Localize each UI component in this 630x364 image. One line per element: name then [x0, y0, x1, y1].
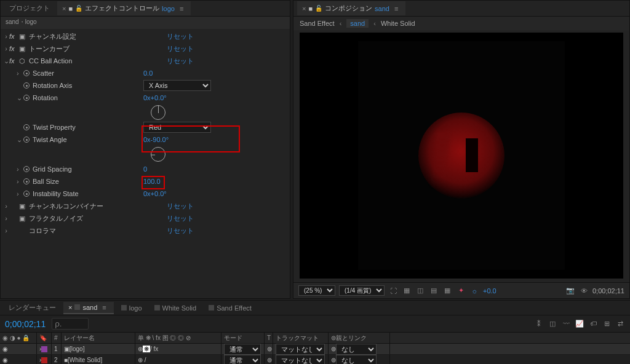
stopwatch-icon[interactable] [23, 178, 33, 184]
twirl-icon[interactable]: › [3, 45, 9, 52]
grid-icon[interactable]: ▦ [442, 286, 452, 296]
snapshot-icon[interactable]: 📷 [565, 286, 575, 296]
current-timecode[interactable]: 0;00;02;11 [5, 319, 46, 329]
roi-icon[interactable]: ⛶ [388, 286, 398, 296]
fx-badge[interactable]: fx [9, 45, 19, 52]
prop-twist-angle[interactable]: ⌄ Twist Angle 0x-90.0° [1, 133, 290, 146]
layer-switches[interactable]: ⊕ ❋ / fx [135, 344, 221, 354]
motion-blur-icon[interactable]: 〰 [561, 320, 571, 328]
rotation-axis-select[interactable]: X Axis [143, 80, 211, 91]
twist-property-select[interactable]: Red [143, 122, 211, 133]
parent-select[interactable]: なし [336, 344, 377, 355]
close-icon[interactable]: × [68, 304, 72, 311]
label-swatch[interactable] [41, 357, 47, 363]
lock-icon[interactable]: 🔓 [315, 5, 322, 12]
tab-composition[interactable]: × ■ 🔓 コンポジション sand ≡ [297, 1, 405, 15]
prop-rotation-axis[interactable]: Rotation Axis X Axis [1, 79, 290, 92]
effect-row-channel-settings[interactable]: › fx ▣ チャンネル設定 リセット [1, 30, 290, 42]
effect-row-colorama[interactable]: › fx ▣ コロラマ リセット [1, 224, 290, 237]
pickwhip-icon[interactable]: ⊚ [331, 357, 336, 363]
eye-icon[interactable]: ◉ [2, 357, 8, 363]
panel-menu-icon[interactable]: ≡ [177, 5, 186, 12]
twirl-icon[interactable]: › [17, 165, 23, 173]
effect-row-channel-combiner[interactable]: › fx ▣ チャンネルコンバイナー リセット [1, 200, 290, 212]
panel-menu-icon[interactable]: ≡ [100, 304, 108, 311]
channel-icon[interactable]: ✦ [456, 286, 466, 296]
stopwatch-icon[interactable] [23, 95, 33, 101]
reset-button[interactable]: リセット [167, 226, 290, 235]
effect-row-cc-ball-action[interactable]: ⌄ fx ⬡ CC Ball Action リセット [1, 55, 290, 67]
tab-logo[interactable]: logo [116, 303, 147, 314]
exposure-value[interactable]: +0.0 [483, 287, 496, 295]
stopwatch-icon[interactable] [23, 166, 33, 172]
fx-badge[interactable]: fx [9, 57, 19, 65]
transparency-grid-icon[interactable]: ▦ [402, 286, 412, 296]
panel-menu-icon[interactable]: ≡ [392, 5, 401, 12]
zoom-select[interactable]: (25 %) [298, 285, 335, 296]
prop-twist-property[interactable]: Twist Property Red [1, 121, 290, 133]
crumb[interactable]: Sand Effect [300, 20, 335, 27]
twist-angle-dial[interactable] [151, 147, 165, 162]
twirl-icon[interactable]: › [3, 227, 9, 234]
trackmatte-select[interactable]: マットなし [276, 355, 325, 365]
twirl-down-icon[interactable]: ⌄ [17, 94, 23, 102]
prop-rotation[interactable]: ⌄ Rotation 0x+0.0° [1, 92, 290, 104]
stopwatch-icon[interactable] [23, 124, 33, 130]
fx-badge[interactable]: fx [9, 33, 19, 40]
effect-row-fractal-noise[interactable]: › fx ▣ フラクタルノイズ リセット [1, 212, 290, 224]
tab-sand[interactable]: ×sand≡ [63, 302, 114, 314]
parent-select[interactable]: なし [336, 355, 377, 365]
stopwatch-icon[interactable] [23, 70, 33, 76]
twirl-down-icon[interactable]: ⌄ [3, 57, 9, 65]
crumb[interactable]: White Solid [381, 20, 415, 27]
tag-icon[interactable]: 🏷 [588, 320, 598, 328]
mask-toggle-icon[interactable]: ◫ [415, 286, 425, 296]
guides-icon[interactable]: ▤ [429, 286, 439, 296]
reset-button[interactable]: リセット [167, 32, 290, 41]
twirl-icon[interactable]: › [17, 178, 23, 185]
prop-value[interactable]: 100.0 [143, 178, 161, 185]
twirl-icon[interactable]: › [3, 215, 9, 222]
snap-icon[interactable]: ⊞ [602, 320, 612, 328]
tab-effect-controls[interactable]: × ■ 🔓 エフェクトコントロール logo ≡ [57, 1, 191, 15]
graph-editor-icon[interactable]: 📈 [575, 320, 584, 328]
prop-grid-spacing[interactable]: › Grid Spacing 0 [1, 163, 290, 175]
prop-ball-size[interactable]: › Ball Size 100.0 [1, 175, 290, 188]
frame-blend-icon[interactable]: ◫ [548, 320, 557, 328]
show-snapshot-icon[interactable]: 👁 [579, 286, 589, 296]
comp-viewer[interactable] [300, 33, 623, 279]
reset-button[interactable]: リセット [167, 202, 290, 211]
search-input[interactable] [52, 318, 89, 330]
layer-row-1[interactable]: ◉ › 1 ▣ [logo] ⊕ ❋ / fx 通常 ⊚ マットなし ⊚ なし [0, 344, 630, 355]
reset-button[interactable]: リセット [167, 214, 290, 223]
trackmatte-select[interactable]: マットなし [276, 344, 325, 355]
twirl-icon[interactable]: › [3, 202, 9, 210]
tab-project[interactable]: プロジェクト [4, 1, 55, 15]
effect-row-tone-curve[interactable]: › fx ▣ トーンカーブ リセット [1, 42, 290, 55]
pickwhip-icon[interactable]: ⊚ [331, 346, 336, 352]
lock-icon[interactable]: 🔓 [75, 5, 82, 12]
prop-value[interactable]: 0x-90.0° [143, 136, 169, 143]
stopwatch-icon[interactable] [23, 82, 33, 89]
reset-button[interactable]: リセット [167, 44, 290, 53]
prop-value[interactable]: 0x+0.0° [143, 190, 167, 197]
prop-instability[interactable]: › Instability State 0x+0.0° [1, 188, 290, 200]
pickwhip-icon[interactable]: ⊚ [265, 355, 273, 364]
resolution-select[interactable]: (1/4 画質) [339, 285, 385, 296]
tab-sand-effect[interactable]: Sand Effect [204, 303, 257, 314]
twirl-icon[interactable]: › [17, 69, 23, 77]
toggle-switches-icon[interactable]: ⇄ [615, 320, 625, 328]
collapse-switch[interactable]: ❋ [143, 346, 150, 352]
rotation-dial[interactable] [151, 105, 165, 120]
stopwatch-icon[interactable] [23, 191, 33, 197]
prop-scatter[interactable]: › Scatter 0.0 [1, 67, 290, 79]
tab-render-queue[interactable]: レンダーキュー [4, 301, 61, 314]
mode-select[interactable]: 通常 [224, 355, 261, 365]
eye-icon[interactable]: ◉ [2, 346, 8, 352]
mode-select[interactable]: 通常 [224, 344, 261, 355]
prop-value[interactable]: 0x+0.0° [143, 94, 167, 101]
exposure-icon[interactable]: ☼ [469, 286, 479, 296]
pickwhip-icon[interactable]: ⊚ [265, 344, 273, 354]
close-icon[interactable]: × [62, 5, 66, 12]
shy-icon[interactable]: ⁑ [534, 320, 544, 328]
